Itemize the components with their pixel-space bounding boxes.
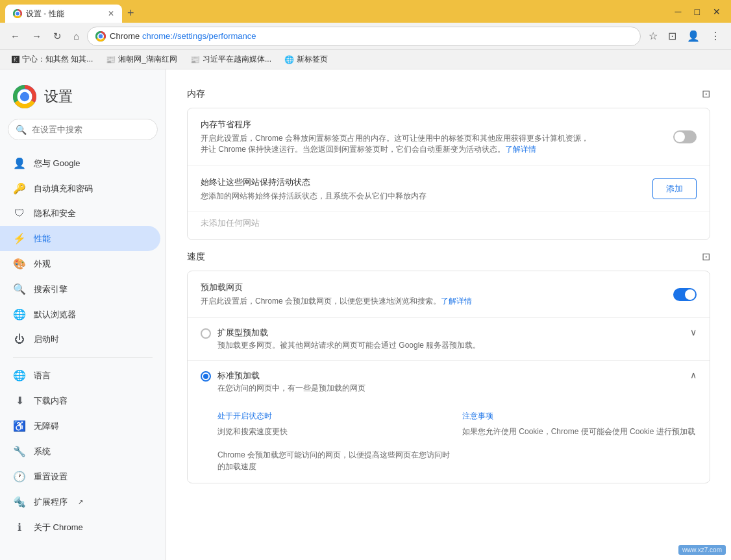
sidebar-item-system[interactable]: 🔧 系统 <box>0 439 160 464</box>
svg-point-11 <box>21 93 29 101</box>
window-controls: ─ □ ✕ <box>670 4 726 19</box>
standard-preload-expanded: 处于开启状态时 浏览和搜索速度更快 Chrome 会预加载您可能访问的网页，以便… <box>188 403 710 483</box>
standard-preload-radio[interactable] <box>201 371 211 382</box>
sidebar-item-appearance[interactable]: 🎨 外观 <box>0 251 160 276</box>
standard-preload-row[interactable]: 标准预加载 在您访问的网页中，有一些是预加载的网页 ∧ <box>188 361 710 403</box>
bookmark-item[interactable]: 🌐 新标签页 <box>279 53 333 66</box>
sidebar-label: 隐私和安全 <box>34 208 76 219</box>
maximize-button[interactable]: □ <box>689 4 705 19</box>
always-active-desc: 您添加的网站将始终保持活跃状态，且系统不会从它们中释放内存 <box>201 191 590 202</box>
bookmark-icon: 🅺 <box>12 55 19 64</box>
bookmark-item[interactable]: 📰 习近平在越南媒体... <box>185 53 277 66</box>
sidebar-item-privacy[interactable]: 🛡 隐私和安全 <box>0 201 160 226</box>
sidebar-item-language[interactable]: 🌐 语言 <box>0 363 160 388</box>
notes-link[interactable]: 注意事项 <box>462 411 697 422</box>
preload-desc: 开启此设置后，Chrome 会预加载网页，以便您更快速地浏览和搜索。了解详情 <box>201 296 590 307</box>
sidebar-item-about[interactable]: ℹ 关于 Chrome <box>0 515 160 540</box>
preload-toggle-container <box>673 288 697 301</box>
new-tab-button[interactable]: + <box>122 4 140 23</box>
nav-bar: ← → ↻ ⌂ Chrome chrome://settings/perform… <box>0 23 731 50</box>
sidebar-label: 重置设置 <box>34 471 68 483</box>
search-input[interactable] <box>8 119 158 140</box>
sidebar-item-startup[interactable]: ⏻ 启动时 <box>0 327 160 352</box>
memory-saver-toggle[interactable] <box>673 130 697 143</box>
system-icon: 🔧 <box>13 445 26 457</box>
expanded-right-text: 如果您允许使用 Cookie，Chrome 便可能会使用 Cookie 进行预加… <box>462 426 697 437</box>
extended-preload-chevron[interactable]: ∨ <box>690 327 697 337</box>
accessibility-icon: ♿ <box>13 420 26 432</box>
download-icon: ⬇ <box>13 395 26 407</box>
always-active-row: 始终让这些网站保持活动状态 您添加的网站将始终保持活跃状态，且系统不会从它们中释… <box>188 166 710 213</box>
menu-button[interactable]: ⋮ <box>706 27 725 45</box>
speed-feedback-icon[interactable]: ⊡ <box>702 250 710 263</box>
bookmark-icon: 📰 <box>190 55 200 64</box>
bookmark-label: 宁心：知其然 知其... <box>22 54 93 65</box>
person-icon: 👤 <box>13 157 26 169</box>
sidebar-item-accessibility[interactable]: ♿ 无障碍 <box>0 413 160 439</box>
memory-saver-content: 内存节省程序 开启此设置后，Chrome 会释放闲置标签页占用的内存。这可让使用… <box>201 119 663 155</box>
profile-button[interactable]: 👤 <box>683 27 704 45</box>
minimize-button[interactable]: ─ <box>670 4 687 19</box>
preload-link[interactable]: 了解详情 <box>441 297 472 306</box>
active-tab[interactable]: 设置 - 性能 ✕ <box>5 5 122 23</box>
reload-button[interactable]: ↻ <box>49 28 66 45</box>
memory-feedback-icon[interactable]: ⊡ <box>702 88 710 100</box>
sidebar-item-reset[interactable]: 🕐 重置设置 <box>0 464 160 489</box>
always-active-content: 始终让这些网站保持活动状态 您添加的网站将始终保持活跃状态，且系统不会从它们中释… <box>201 177 642 202</box>
memory-section-header: 内存 ⊡ <box>187 88 710 100</box>
bookmark-label: 湘朝网_湖南红网 <box>118 54 177 65</box>
svg-point-3 <box>16 12 19 15</box>
extended-preload-row[interactable]: 扩展型预加载 预加载更多网页。被其他网站请求的网页可能会通过 Google 服务… <box>188 318 710 361</box>
back-button[interactable]: ← <box>6 28 24 44</box>
settings-title: 设置 <box>44 87 73 106</box>
svg-point-7 <box>99 34 103 38</box>
chrome-logo-icon <box>95 31 106 42</box>
address-bar[interactable]: Chrome chrome://settings/performance <box>87 27 641 46</box>
standard-preload-desc: 在您访问的网页中，有一些是预加载的网页 <box>217 383 366 394</box>
memory-saver-link[interactable]: 了解详情 <box>505 145 536 154</box>
sidebar-label: 系统 <box>34 446 51 457</box>
sidebar-label: 无障碍 <box>34 420 59 432</box>
forward-button[interactable]: → <box>28 28 45 44</box>
standard-preload-content: 标准预加载 在您访问的网页中，有一些是预加载的网页 <box>217 370 366 394</box>
speed-card: 预加载网页 开启此设置后，Chrome 会预加载网页，以便您更快速地浏览和搜索。… <box>187 271 710 483</box>
close-button[interactable]: ✕ <box>708 4 726 19</box>
search-box: 🔍 <box>8 119 158 140</box>
bookmark-item[interactable]: 📰 湘朝网_湖南红网 <box>101 53 182 66</box>
bookmark-button[interactable]: ☆ <box>645 27 662 45</box>
power-icon: ⏻ <box>13 334 26 345</box>
sidebar-item-autofill[interactable]: 🔑 自动填充和密码 <box>0 176 160 201</box>
preload-title: 预加载网页 <box>201 282 663 293</box>
sidebar-label: 下载内容 <box>34 395 68 407</box>
tab-close-button[interactable]: ✕ <box>108 9 114 18</box>
sidebar-item-downloads[interactable]: ⬇ 下载内容 <box>0 388 160 413</box>
when-on-link[interactable]: 处于开启状态时 <box>217 411 452 422</box>
expanded-col-left: 处于开启状态时 浏览和搜索速度更快 Chrome 会预加载您可能访问的网页，以便… <box>217 411 452 472</box>
memory-card: 内存节省程序 开启此设置后，Chrome 会释放闲置标签页占用的内存。这可让使用… <box>187 108 710 240</box>
tab-favicon <box>13 9 22 18</box>
empty-sites-label: 未添加任何网站 <box>188 212 710 239</box>
tab-title: 设置 - 性能 <box>26 8 104 19</box>
nav-actions: ☆ ⊡ 👤 ⋮ <box>645 27 725 45</box>
home-button[interactable]: ⌂ <box>69 28 83 44</box>
sidebar-label: 默认浏览器 <box>34 309 76 321</box>
extended-preload-radio[interactable] <box>201 328 211 339</box>
always-active-title: 始终让这些网站保持活动状态 <box>201 177 642 188</box>
preload-toggle[interactable] <box>673 288 697 301</box>
sidebar-item-search[interactable]: 🔍 搜索引擎 <box>0 276 160 302</box>
settings-header: 设置 <box>0 80 166 119</box>
sidebar-label: 自动填充和密码 <box>34 183 93 195</box>
preload-row: 预加载网页 开启此设置后，Chrome 会预加载网页，以便您更快速地浏览和搜索。… <box>188 271 710 318</box>
extended-preload-content: 扩展型预加载 预加载更多网页。被其他网站请求的网页可能会通过 Google 服务… <box>217 327 480 351</box>
bookmarks-bar: 🅺 宁心：知其然 知其... 📰 湘朝网_湖南红网 📰 习近平在越南媒体... … <box>0 50 731 69</box>
standard-preload-chevron[interactable]: ∧ <box>690 370 697 380</box>
add-site-button[interactable]: 添加 <box>652 178 697 199</box>
sidebar-item-browser[interactable]: 🌐 默认浏览器 <box>0 302 160 327</box>
sidebar-item-performance[interactable]: ⚡ 性能 <box>0 226 160 251</box>
sidebar-item-extensions[interactable]: 🔩 扩展程序 ↗ <box>0 489 160 515</box>
sidebar-label: 启动时 <box>34 334 59 345</box>
extensions-button[interactable]: ⊡ <box>664 27 680 45</box>
sidebar-item-google-account[interactable]: 👤 您与 Google <box>0 151 160 176</box>
palette-icon: 🎨 <box>13 258 26 270</box>
bookmark-item[interactable]: 🅺 宁心：知其然 知其... <box>6 53 98 66</box>
